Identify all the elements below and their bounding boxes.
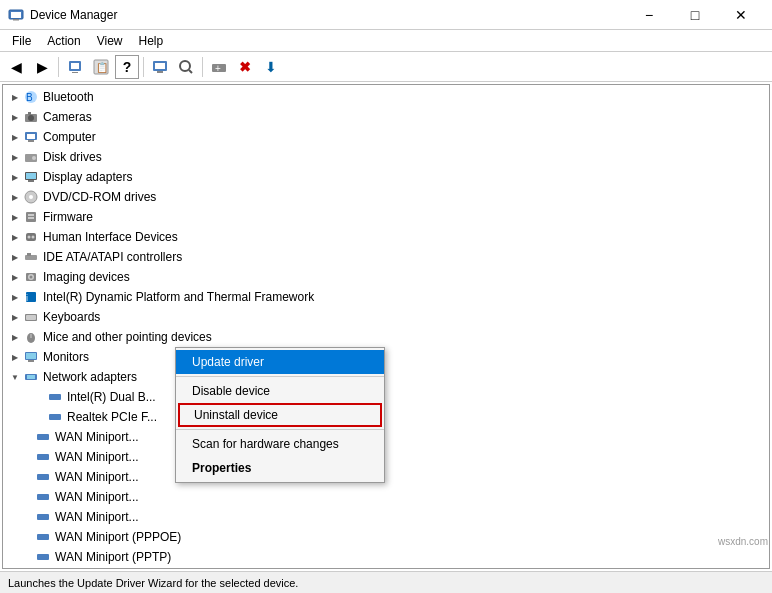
svg-rect-52 [49, 394, 61, 400]
tree-item-disk-drives[interactable]: ▶ Disk drives [3, 147, 769, 167]
minimize-button[interactable]: − [626, 0, 672, 30]
icon-monitors [23, 349, 39, 365]
arrow-imaging: ▶ [7, 269, 23, 285]
svg-line-12 [189, 70, 192, 73]
ctx-uninstall-device[interactable]: Uninstall device [178, 403, 382, 427]
arrow-intel-dual [35, 389, 47, 405]
tree-item-wan2[interactable]: WAN Miniport... [3, 447, 769, 467]
ctx-sep-2 [176, 429, 384, 430]
tree-item-realtek[interactable]: Realtek PCIe F... [3, 407, 769, 427]
menu-action[interactable]: Action [39, 32, 88, 50]
tree-item-wan-sstp[interactable]: WAN Miniport (SSTP) [3, 567, 769, 569]
uninstall-button[interactable]: ✖ [233, 55, 257, 79]
tree-item-firmware[interactable]: ▶ Firmware [3, 207, 769, 227]
svg-rect-19 [28, 112, 31, 115]
label-wan3: WAN Miniport... [55, 470, 139, 484]
icon-wan5 [35, 509, 51, 525]
scan-button[interactable] [174, 55, 198, 79]
tree-item-wan-pppoe[interactable]: WAN Miniport (PPPOE) [3, 527, 769, 547]
svg-rect-53 [49, 414, 61, 420]
arrow-display: ▶ [7, 169, 23, 185]
label-monitors: Monitors [43, 350, 89, 364]
watermark: wsxdn.com [718, 536, 768, 547]
maximize-button[interactable]: □ [672, 0, 718, 30]
arrow-bluetooth: ▶ [7, 89, 23, 105]
status-text: Launches the Update Driver Wizard for th… [8, 577, 298, 589]
svg-rect-58 [37, 514, 49, 520]
label-mice: Mice and other pointing devices [43, 330, 212, 344]
arrow-intel-thermal: ▶ [7, 289, 23, 305]
ctx-disable-device[interactable]: Disable device [176, 379, 384, 403]
back-button[interactable]: ◀ [4, 55, 28, 79]
arrow-keyboards: ▶ [7, 309, 23, 325]
icon-wan3 [35, 469, 51, 485]
label-wan-pppoe: WAN Miniport (PPPOE) [55, 530, 181, 544]
svg-rect-31 [28, 214, 34, 216]
svg-point-24 [32, 156, 36, 160]
tree-item-hid[interactable]: ▶ Human Interface Devices [3, 227, 769, 247]
status-bar: Launches the Update Driver Wizard for th… [0, 571, 772, 593]
svg-rect-32 [28, 217, 34, 219]
arrow-disk: ▶ [7, 149, 23, 165]
help-button[interactable]: ? [115, 55, 139, 79]
update-driver-button[interactable]: 📋 [89, 55, 113, 79]
svg-rect-5 [72, 72, 78, 73]
svg-rect-22 [28, 140, 34, 142]
properties-button[interactable] [63, 55, 87, 79]
menu-help[interactable]: Help [131, 32, 172, 50]
menu-file[interactable]: File [4, 32, 39, 50]
label-dvd: DVD/CD-ROM drives [43, 190, 156, 204]
tree-item-network-adapters[interactable]: ▼ Network adapters [3, 367, 769, 387]
tree-item-cameras[interactable]: ▶ Cameras [3, 107, 769, 127]
tree-item-imaging[interactable]: ▶ Imaging devices [3, 267, 769, 287]
arrow-monitors: ▶ [7, 349, 23, 365]
tree-item-monitors[interactable]: ▶ Monitors [3, 347, 769, 367]
icon-keyboard [23, 309, 39, 325]
add-hardware-button[interactable]: + [207, 55, 231, 79]
icon-wan-pptp [35, 549, 51, 565]
tree-item-intel-thermal[interactable]: ▶ i Intel(R) Dynamic Platform and Therma… [3, 287, 769, 307]
close-button[interactable]: ✕ [718, 0, 764, 30]
ctx-properties[interactable]: Properties [176, 456, 384, 480]
svg-rect-21 [27, 134, 35, 139]
arrow-cameras: ▶ [7, 109, 23, 125]
tree-item-wan1[interactable]: WAN Miniport... [3, 427, 769, 447]
forward-button[interactable]: ▶ [30, 55, 54, 79]
icon-realtek [47, 409, 63, 425]
device-tree[interactable]: ▶ B Bluetooth ▶ Cameras ▶ Computer ▶ [2, 84, 770, 569]
label-firmware: Firmware [43, 210, 93, 224]
toolbar: ◀ ▶ 📋 ? + ✖ ⬇ [0, 52, 772, 82]
icon-hid [23, 229, 39, 245]
tree-item-wan3[interactable]: WAN Miniport... [3, 467, 769, 487]
tree-item-computer[interactable]: ▶ Computer [3, 127, 769, 147]
tree-item-display-adapters[interactable]: ▶ Display adapters [3, 167, 769, 187]
tree-item-wan5[interactable]: WAN Miniport... [3, 507, 769, 527]
svg-rect-1 [11, 12, 21, 18]
icon-wan1 [35, 429, 51, 445]
svg-point-40 [30, 276, 33, 279]
tree-item-bluetooth[interactable]: ▶ B Bluetooth [3, 87, 769, 107]
tree-item-intel-dual[interactable]: Intel(R) Dual B... [3, 387, 769, 407]
install-button[interactable]: ⬇ [259, 55, 283, 79]
label-ide: IDE ATA/ATAPI controllers [43, 250, 182, 264]
svg-rect-57 [37, 494, 49, 500]
label-computer: Computer [43, 130, 96, 144]
label-wan2: WAN Miniport... [55, 450, 139, 464]
ctx-scan-hardware[interactable]: Scan for hardware changes [176, 432, 384, 456]
svg-text:📋: 📋 [96, 61, 109, 74]
icon-intel-thermal: i [23, 289, 39, 305]
tree-item-wan4[interactable]: WAN Miniport... [3, 487, 769, 507]
svg-rect-55 [37, 454, 49, 460]
tree-item-wan-pptp[interactable]: WAN Miniport (PPTP) [3, 547, 769, 567]
label-hid: Human Interface Devices [43, 230, 178, 244]
tree-item-keyboards[interactable]: ▶ Keyboards [3, 307, 769, 327]
svg-text:B: B [26, 92, 33, 103]
icon-bluetooth: B [23, 89, 39, 105]
ctx-update-driver[interactable]: Update driver [176, 350, 384, 374]
icon-intel-dual [47, 389, 63, 405]
tree-item-dvd[interactable]: ▶ DVD/CD-ROM drives [3, 187, 769, 207]
tree-item-ide[interactable]: ▶ IDE ATA/ATAPI controllers [3, 247, 769, 267]
menu-view[interactable]: View [89, 32, 131, 50]
tree-item-mice[interactable]: ▶ Mice and other pointing devices [3, 327, 769, 347]
device-view-button[interactable] [148, 55, 172, 79]
